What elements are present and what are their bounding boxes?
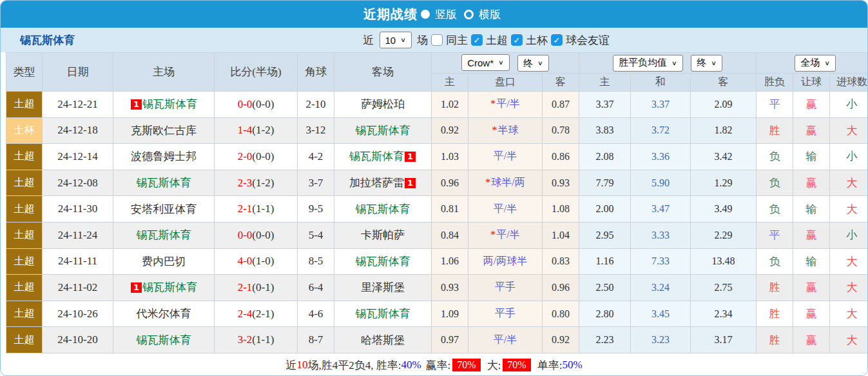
avg-draw-cell: 5.90 xyxy=(631,170,691,196)
title-bar: 近期战绩 竖版 横版 xyxy=(1,1,867,28)
cup-checkbox[interactable]: ✓ xyxy=(511,34,523,46)
avg-type-select[interactable]: 胜平负均值∨ xyxy=(613,55,683,72)
home-odds-cell: 0.92 xyxy=(432,117,468,144)
avg-draw-cell: 3.36 xyxy=(631,144,691,170)
horizontal-layout-label[interactable]: 横版 xyxy=(479,7,501,22)
wdl-result-cell: 胜 xyxy=(757,117,793,144)
super-league-checkbox[interactable]: ✓ xyxy=(471,34,483,46)
avg-home-cell: 1.16 xyxy=(579,248,631,275)
handicap-result-cell: 赢 xyxy=(793,327,830,353)
avg-away-cell: 3.49 xyxy=(691,196,757,223)
home-team-cell: 安塔利亚体育 xyxy=(113,196,215,223)
match-row: 土超24-11-30安塔利亚体育2-1(1-1)9-5锡瓦斯体育0.81平/半1… xyxy=(6,196,868,223)
team-name: 锡瓦斯体育 xyxy=(349,150,404,163)
recent-results-panel: 近期战绩 竖版 横版 锡瓦斯体育 近 10∨ 场 同主 ✓ 土超 ✓ 土杯 ✓ … xyxy=(0,0,868,376)
odds-time-select[interactable]: 终∨ xyxy=(517,55,549,72)
date-cell: 24-11-02 xyxy=(43,275,113,301)
chevron-down-icon: ∨ xyxy=(711,59,717,66)
chevron-down-icon: ∨ xyxy=(400,36,406,43)
away-odds-cell: 0.86 xyxy=(543,144,579,170)
home-odds-cell: 0.84 xyxy=(432,222,468,248)
score-cell: 1-4(1-2) xyxy=(215,117,298,144)
vertical-layout-radio[interactable] xyxy=(421,10,430,19)
red-card-badge: 1 xyxy=(405,152,416,162)
away-odds-cell: 1.08 xyxy=(543,196,579,223)
match-row: 土超24-12-14波德鲁姆士邦2-0(0-0)4-2锡瓦斯体育11.03平/半… xyxy=(6,144,868,170)
handicap-cell: *平/半 xyxy=(468,92,543,118)
sub-header-handicap-result: 让球 xyxy=(793,74,830,92)
date-cell: 24-10-20 xyxy=(43,327,113,353)
col-header-home: 主场 xyxy=(113,53,215,92)
home-team-cell: 克斯欧仁古库 xyxy=(113,117,215,144)
friendly-label: 球会友谊 xyxy=(566,33,610,48)
results-table: 类型 日期 主场 比分(半场) 角球 客场 Crow*∨ 终∨ 胜平负均值∨ 终… xyxy=(6,52,868,353)
cup-label: 土杯 xyxy=(526,33,548,48)
team-name: 里泽斯堡 xyxy=(361,281,405,293)
date-cell: 24-12-14 xyxy=(43,144,113,170)
away-odds-cell: 0.87 xyxy=(543,92,579,118)
corners-cell: 8-5 xyxy=(298,248,334,275)
score-cell: 0-0(0-0) xyxy=(215,92,298,118)
away-team-cell: 萨姆松珀 xyxy=(334,92,432,118)
away-team-cell: 卡斯帕萨 xyxy=(334,222,432,248)
team-name: 加拉塔萨雷 xyxy=(349,177,404,189)
team-name: 费内巴切 xyxy=(142,255,186,268)
filter-bar: 锡瓦斯体育 近 10∨ 场 同主 ✓ 土超 ✓ 土杯 ✓ 球会友谊 xyxy=(1,28,867,52)
corners-cell: 2-10 xyxy=(298,92,334,118)
team-name: 锡瓦斯体育 xyxy=(356,203,410,215)
avg-away-cell: 1.29 xyxy=(691,170,757,196)
avg-draw-cell: 7.33 xyxy=(631,248,691,275)
avg-home-cell: 2.08 xyxy=(579,144,631,170)
chevron-down-icon: ∨ xyxy=(537,59,543,66)
footer-near-label: 近 xyxy=(285,358,296,373)
team-name: 卡斯帕萨 xyxy=(361,229,405,241)
team-name: 锡瓦斯体育 xyxy=(137,229,191,241)
team-name-heading: 锡瓦斯体育 xyxy=(20,33,75,48)
initial-odds-star: * xyxy=(485,177,490,188)
sub-header-goals: 进球数 xyxy=(830,74,868,92)
team-name: 锡瓦斯体育 xyxy=(356,124,410,137)
footer-handicap-label: 赢率: xyxy=(426,358,451,373)
avg-time-select[interactable]: 终∨ xyxy=(691,55,722,72)
avg-home-cell: 7.79 xyxy=(579,170,631,196)
chevron-down-icon: ∨ xyxy=(498,59,504,66)
avg-draw-cell: 3.45 xyxy=(631,301,691,327)
super-league-label: 土超 xyxy=(486,33,508,48)
footer-single-rate: 50% xyxy=(562,359,582,371)
same-home-checkbox[interactable] xyxy=(431,34,443,46)
scope-select[interactable]: 全场∨ xyxy=(795,55,836,72)
footer-win-rate: 40% xyxy=(401,359,421,371)
corners-cell: 4-6 xyxy=(298,301,334,327)
horizontal-layout-radio[interactable] xyxy=(464,10,474,19)
home-team-cell: 锡瓦斯体育 xyxy=(113,327,215,353)
competition-type-cell: 土超 xyxy=(6,327,43,353)
corners-cell: 3-7 xyxy=(298,170,334,196)
avg-away-cell: 3.17 xyxy=(691,327,757,353)
team-name: 哈塔斯堡 xyxy=(361,334,405,346)
handicap-result-cell: 赢 xyxy=(793,222,830,248)
date-cell: 24-12-21 xyxy=(43,92,113,118)
goals-result-cell: 大 xyxy=(830,170,868,196)
red-card-badge: 1 xyxy=(131,282,142,293)
vertical-layout-label[interactable]: 竖版 xyxy=(435,7,457,22)
footer-match-count: 10 xyxy=(296,359,307,371)
handicap-result-cell: 赢 xyxy=(793,170,830,196)
near-count-select[interactable]: 10∨ xyxy=(380,32,412,48)
team-name: 萨姆松珀 xyxy=(361,98,405,110)
handicap-cell: 平/半 xyxy=(468,196,543,223)
match-row: 土超24-10-26代米尔体育2-4(2-1)4-6锡瓦斯体育1.09平手0.8… xyxy=(6,301,868,327)
handicap-cell: 平/半 xyxy=(468,327,543,353)
away-team-cell: 锡瓦斯体育 xyxy=(334,196,432,223)
corners-cell: 8-7 xyxy=(298,327,334,353)
col-header-score: 比分(半场) xyxy=(215,53,298,92)
date-cell: 24-11-30 xyxy=(43,196,113,223)
goals-result-cell: 大 xyxy=(830,275,868,301)
initial-odds-star: * xyxy=(490,229,496,240)
away-odds-cell: 1.04 xyxy=(543,222,579,248)
corners-cell: 4-2 xyxy=(298,144,334,170)
odds-company-select[interactable]: Crow*∨ xyxy=(461,54,510,71)
friendly-checkbox[interactable]: ✓ xyxy=(551,34,563,46)
home-team-cell: 锡瓦斯体育 xyxy=(113,222,215,248)
footer-record-text: 场,胜4平2负4, 胜率: xyxy=(307,358,401,373)
wdl-result-cell: 负 xyxy=(757,144,793,170)
